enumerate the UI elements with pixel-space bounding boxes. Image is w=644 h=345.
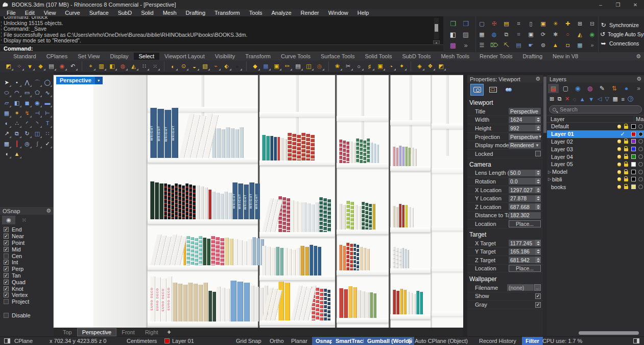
osnap-gear-icon[interactable]: ⚙ <box>46 208 51 214</box>
robot-icon[interactable]: ✠ <box>488 18 500 29</box>
menu-surface[interactable]: Surface <box>85 10 113 16</box>
osnap-mid[interactable]: ✓Mid <box>4 246 54 252</box>
warning-icon[interactable]: ▲ <box>550 40 561 50</box>
distance to targe-field[interactable]: 182.302 <box>509 212 541 219</box>
toolbar-tab-visibility[interactable]: Visibility <box>210 53 241 60</box>
script-editor-icon[interactable]: ⌗ <box>513 18 524 29</box>
menu-analyze[interactable]: Analyze <box>267 10 296 16</box>
y-location-field[interactable]: 27.878 <box>509 195 535 202</box>
layer-lock-icon[interactable] <box>623 139 630 144</box>
toolbar-tab-new-in-v8[interactable]: New in V8 <box>547 53 583 60</box>
filename-field[interactable]: (none) <box>507 284 534 291</box>
boolean-union-tool[interactable]: ◐ <box>2 118 12 128</box>
spinner-buttons[interactable] <box>535 187 541 193</box>
pyramid-tool[interactable]: ▲ <box>12 149 22 159</box>
package-manager-icon[interactable]: ✚ <box>562 18 574 29</box>
spin-down-icon[interactable] <box>537 199 540 200</box>
grid-snap-toggle[interactable]: Grid Snap <box>236 337 261 345</box>
display-panel-tab-icon[interactable]: ▢ <box>560 84 571 93</box>
rotate-tool[interactable]: ↻ <box>22 128 32 139</box>
help-icon[interactable]: ? <box>628 96 633 102</box>
sphere-tool[interactable]: ◉ <box>32 98 42 108</box>
layer-lock-icon[interactable] <box>623 124 630 129</box>
spin-down-icon[interactable] <box>537 252 540 254</box>
spin-down-icon[interactable] <box>537 173 540 175</box>
select-lights-icon[interactable]: ✦ <box>396 61 407 71</box>
blend-curve-tool[interactable]: ◝ <box>32 118 42 128</box>
rectangular-array-tool[interactable]: ▦ <box>2 139 12 149</box>
layer-material-circle[interactable] <box>637 124 644 129</box>
options-gears-icon[interactable]: ✳ <box>550 18 561 29</box>
layer-color-swatch[interactable] <box>630 177 637 181</box>
layer-color-swatch[interactable] <box>630 147 637 151</box>
fillet-curve-tool[interactable]: ◜ <box>22 118 32 128</box>
menu-help[interactable]: Help <box>353 10 374 16</box>
osnap-disable-checkbox[interactable] <box>4 313 9 318</box>
select-meshes-icon[interactable]: ▦ <box>260 61 271 71</box>
worker-dig-icon[interactable]: ⛏ <box>500 40 512 50</box>
browse-button[interactable]: ... <box>534 284 541 291</box>
select-ghs-icon[interactable]: ✂ <box>343 61 353 71</box>
polyline-tool[interactable]: ⋀ <box>22 77 32 87</box>
osnap-point[interactable]: ✓Point <box>4 240 54 246</box>
layer-color-swatch[interactable] <box>630 185 637 189</box>
select-html-icon[interactable]: ◎ <box>314 61 325 71</box>
menu-subd[interactable]: SubD <box>113 10 137 16</box>
help-ring-icon[interactable]: ○ <box>562 29 574 39</box>
xray-square-icon[interactable]: ▨ <box>460 29 472 39</box>
select-spot-icon[interactable]: ◆ <box>250 61 260 71</box>
osnap-end-checkbox[interactable]: ✓ <box>4 227 9 232</box>
viewport-tab-right[interactable]: Right <box>140 329 163 336</box>
osnap-int[interactable]: ✓Int <box>4 259 54 266</box>
layer-row-books[interactable]: books <box>547 183 644 191</box>
layer-lock-icon[interactable] <box>623 162 630 167</box>
panel-grip[interactable] <box>1 20 2 41</box>
select-locked-icon[interactable]: ◩ <box>436 61 446 71</box>
block-boxes-icon[interactable]: ⌗ <box>513 29 524 39</box>
osnap-int-checkbox[interactable]: ✓ <box>4 260 9 265</box>
bag-export-icon[interactable]: ◘ <box>562 40 574 50</box>
point-cloud-tool[interactable]: ∴ <box>12 118 22 128</box>
toolbar-tab-cplanes[interactable]: CPlanes <box>41 53 73 60</box>
new-viewport-tab-button[interactable]: + <box>164 329 175 336</box>
select-invert-icon[interactable]: ◆ <box>35 61 46 71</box>
locked-checkbox[interactable] <box>535 151 541 156</box>
properties-gear-icon[interactable]: ⚙ <box>535 76 540 82</box>
layer-material-circle[interactable] <box>637 162 644 167</box>
units-button[interactable]: Centimeters <box>127 337 157 345</box>
select-polysurfaces-icon[interactable]: ◐ <box>168 61 178 71</box>
help-panel-tab-icon[interactable]: ◉ <box>573 84 583 93</box>
osnap-point-checkbox[interactable]: ✓ <box>4 240 9 245</box>
scroll-up-icon[interactable]: ▲ <box>433 40 440 44</box>
spin-down-icon[interactable] <box>537 191 540 192</box>
layer-visibility-bulb-icon[interactable] <box>615 125 623 128</box>
planar-toggle[interactable]: Planar <box>291 337 307 345</box>
annotate-tab-icon[interactable]: ✎ <box>597 84 608 93</box>
tab-display-properties[interactable] <box>487 84 499 95</box>
layer-lock-icon[interactable] <box>623 147 630 151</box>
insert-line-tool[interactable]: ┃ <box>12 139 22 149</box>
layer-visibility-bulb-icon[interactable] <box>615 177 623 181</box>
layer-color-swatch[interactable] <box>630 170 637 174</box>
layer-lock-icon[interactable] <box>623 185 630 189</box>
select-group-icon[interactable]: ● <box>232 61 243 71</box>
maximize-button[interactable]: ❐ <box>609 0 627 9</box>
viewport-menu-arrow-icon[interactable]: ▼ <box>95 77 103 84</box>
osnap-vertex[interactable]: ✓Vertex <box>4 292 54 298</box>
layers-search[interactable] <box>549 105 642 113</box>
toolbar-tab-curve-tools[interactable]: Curve Tools <box>276 53 316 60</box>
toolbar-tab-set-view[interactable]: Set View <box>73 53 105 60</box>
spin-up-icon[interactable] <box>537 249 540 251</box>
raytraced-swatch-icon[interactable]: ▩ <box>447 40 459 50</box>
loop-sync-icon[interactable]: ⟳ <box>537 29 549 39</box>
list-settings-icon[interactable]: ☰ <box>476 40 488 50</box>
layer-row-bibli[interactable]: ▷bibli <box>547 176 644 183</box>
layer-row-model[interactable]: ▷Model <box>547 168 644 176</box>
select-clean-icon[interactable]: ▤ <box>293 61 303 71</box>
layer-visibility-bulb-icon[interactable] <box>615 147 623 151</box>
arc-tool[interactable]: ◠ <box>12 87 22 98</box>
select-curves-icon[interactable]: ↶ <box>67 61 78 71</box>
layer-material-circle[interactable] <box>637 147 644 151</box>
spin-down-icon[interactable] <box>537 120 540 122</box>
toolbar-tab-select[interactable]: Select <box>134 53 160 60</box>
